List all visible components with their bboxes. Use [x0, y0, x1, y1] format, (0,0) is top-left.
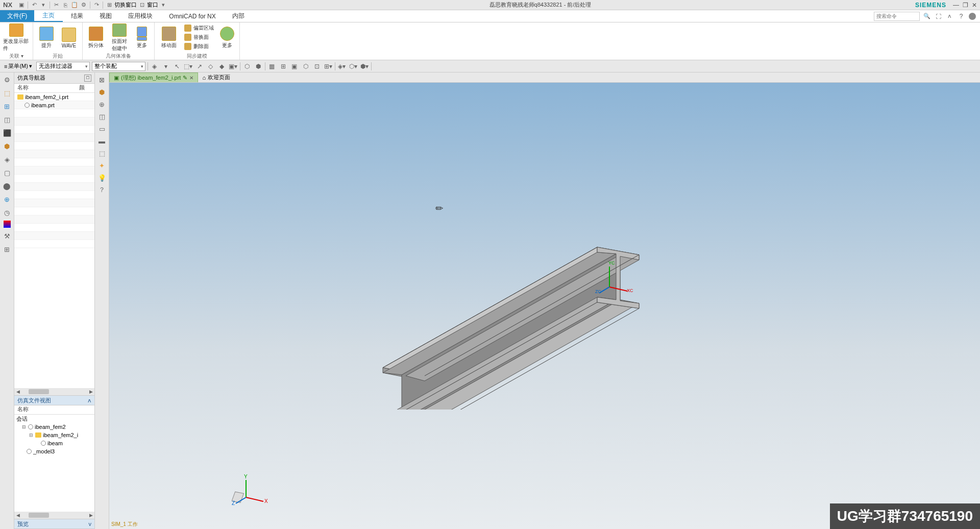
- tool-icon-4[interactable]: ⬚▾: [184, 62, 193, 71]
- tab-home[interactable]: 主页: [34, 10, 63, 22]
- scope-dropdown[interactable]: 整个装配: [92, 62, 145, 71]
- star-icon[interactable]: ✦: [97, 160, 107, 171]
- body-icon[interactable]: ⬢: [2, 141, 12, 151]
- scroll-thumb[interactable]: [29, 513, 49, 518]
- tool-icon[interactable]: ⚙: [80, 1, 88, 9]
- minimize-button[interactable]: —: [952, 2, 960, 9]
- tree-row[interactable]: ibeam.prt: [14, 101, 94, 109]
- wave-button[interactable]: WAVE: [59, 23, 79, 52]
- tool-icon-18[interactable]: ⬡▾: [349, 62, 358, 71]
- help-icon[interactable]: ？: [97, 185, 107, 195]
- file-row[interactable]: ⊟ ibeam_fem2: [14, 423, 94, 431]
- tool-icon-6[interactable]: ◇: [206, 62, 215, 71]
- tree-row[interactable]: ibeam_fem2_i.prt: [14, 93, 94, 101]
- rect-icon[interactable]: ▭: [97, 124, 107, 134]
- tool-icon-12[interactable]: ⊞: [279, 62, 288, 71]
- sphere-icon[interactable]: ⬤: [2, 181, 12, 191]
- restore-button[interactable]: ❐: [962, 2, 969, 9]
- undo-icon[interactable]: ↶: [30, 1, 38, 9]
- tool-icon-16[interactable]: ⊞▾: [324, 62, 333, 71]
- grid-icon[interactable]: ⊞: [2, 244, 12, 254]
- tool-icon-2[interactable]: ▾: [161, 62, 170, 71]
- tool-icon-14[interactable]: ⬡: [301, 62, 310, 71]
- active-tab[interactable]: ▣ (理想) ibeam_fem2_i.prt ✎ ✕: [109, 73, 198, 82]
- menu-button[interactable]: ≡ 菜单(M) ▾: [2, 62, 34, 70]
- bulb-icon[interactable]: 💡: [97, 173, 107, 183]
- tab-view[interactable]: 视图: [91, 10, 120, 22]
- preview-header[interactable]: 预览 v: [14, 519, 94, 529]
- redo-dropdown-icon[interactable]: ▾: [39, 1, 47, 9]
- file-row[interactable]: _model3: [14, 447, 94, 455]
- h-scrollbar[interactable]: ◀ ▶: [14, 388, 94, 395]
- dropdown-icon[interactable]: ▾: [159, 1, 167, 9]
- more-button-1[interactable]: 更多: [133, 23, 151, 52]
- tab-internal[interactable]: 内部: [224, 10, 253, 22]
- tree-icon[interactable]: ⊞: [2, 101, 12, 111]
- scroll-left[interactable]: ◀: [14, 389, 21, 394]
- mesh-icon[interactable]: ◈: [2, 154, 12, 164]
- dock-button[interactable]: □: [84, 75, 91, 82]
- tool-icon-13[interactable]: ▣: [290, 62, 299, 71]
- change-display-part-button[interactable]: 更改显示部件: [3, 23, 30, 52]
- tool-icon-11[interactable]: ▦: [267, 62, 277, 71]
- tool-icon-8[interactable]: ▣▾: [229, 62, 238, 71]
- nav-icon[interactable]: ⬚: [2, 88, 12, 98]
- expand-icon[interactable]: ⊟: [21, 424, 27, 429]
- scroll-thumb[interactable]: [29, 389, 49, 394]
- close-button[interactable]: ✕: [971, 2, 978, 9]
- more-button-2[interactable]: 更多: [218, 23, 236, 52]
- ibeam-model[interactable]: [109, 83, 757, 410]
- box-icon[interactable]: ⬢: [97, 87, 107, 97]
- gear-icon[interactable]: ⚙: [2, 75, 12, 85]
- tool-icon-1[interactable]: ◈: [150, 62, 159, 71]
- tool-icon-10[interactable]: ⬢: [254, 62, 263, 71]
- tool-icon-5[interactable]: ↗: [195, 62, 204, 71]
- tab-omnicad[interactable]: OmniCAD for NX: [161, 10, 224, 22]
- offset-region-button[interactable]: 偏置区域: [182, 23, 216, 32]
- close-tab-icon[interactable]: ✕: [189, 75, 193, 81]
- close-icon[interactable]: ⊠: [97, 75, 107, 85]
- promote-button[interactable]: 提升: [36, 23, 57, 52]
- create-by-face-button[interactable]: 按面对 创建中: [108, 23, 131, 52]
- part-icon[interactable]: ◫: [2, 114, 12, 125]
- box-icon[interactable]: ▢: [2, 167, 12, 178]
- tool-icon-15[interactable]: ⊡: [312, 62, 322, 71]
- h-scrollbar-2[interactable]: ◀ ▶: [14, 512, 94, 519]
- dashed-icon[interactable]: ⬚: [97, 148, 107, 158]
- selection-filter-dropdown[interactable]: 无选择过滤器: [36, 62, 90, 71]
- tool-icon[interactable]: ⚒: [2, 231, 12, 241]
- cut-icon[interactable]: ✂: [52, 1, 60, 9]
- tool-icon-17[interactable]: ◈▾: [337, 62, 347, 71]
- delete-face-button[interactable]: 删除面: [182, 42, 216, 51]
- switch-window-label[interactable]: 切换窗口: [114, 1, 137, 9]
- clock-icon[interactable]: ◷: [2, 207, 12, 218]
- file-row[interactable]: ibeam: [14, 439, 94, 447]
- paste-icon[interactable]: 📋: [70, 1, 79, 9]
- replace-face-button[interactable]: 替换面: [182, 33, 216, 41]
- cube-icon[interactable]: ⬛: [2, 128, 12, 138]
- move-face-button[interactable]: 移动面: [158, 23, 180, 52]
- scroll-right[interactable]: ▶: [87, 389, 94, 394]
- window-label[interactable]: 窗口: [147, 1, 158, 9]
- panel-icon[interactable]: ▬: [97, 136, 107, 146]
- tool-icon-19[interactable]: ⬢▾: [360, 62, 369, 71]
- tab-app[interactable]: 应用模块: [120, 10, 161, 22]
- case-icon[interactable]: ◫: [97, 111, 107, 122]
- fullscreen-icon[interactable]: ⛶: [934, 12, 942, 20]
- color-icon[interactable]: [4, 221, 11, 228]
- file-menu[interactable]: 文件(F): [0, 10, 34, 22]
- window-icon[interactable]: ⊞: [105, 1, 113, 9]
- 3d-viewport[interactable]: ✎: [109, 83, 980, 529]
- tool-icon-7[interactable]: ◆: [217, 62, 227, 71]
- split-body-button[interactable]: 拆分体: [86, 23, 106, 52]
- globe-icon[interactable]: ⊕: [2, 194, 12, 204]
- redo-icon[interactable]: ↷: [92, 1, 101, 9]
- window-list-icon[interactable]: ⊡: [138, 1, 146, 9]
- tool-icon-9[interactable]: ⬡: [242, 62, 252, 71]
- collapse-icon[interactable]: ʌ: [945, 12, 953, 20]
- file-view-header[interactable]: 仿真文件视图 ʌ: [14, 395, 94, 405]
- tool-icon-3[interactable]: ↖: [173, 62, 182, 71]
- search-icon[interactable]: 🔍: [923, 12, 931, 20]
- tab-results[interactable]: 结果: [63, 10, 91, 22]
- search-input[interactable]: [874, 12, 920, 21]
